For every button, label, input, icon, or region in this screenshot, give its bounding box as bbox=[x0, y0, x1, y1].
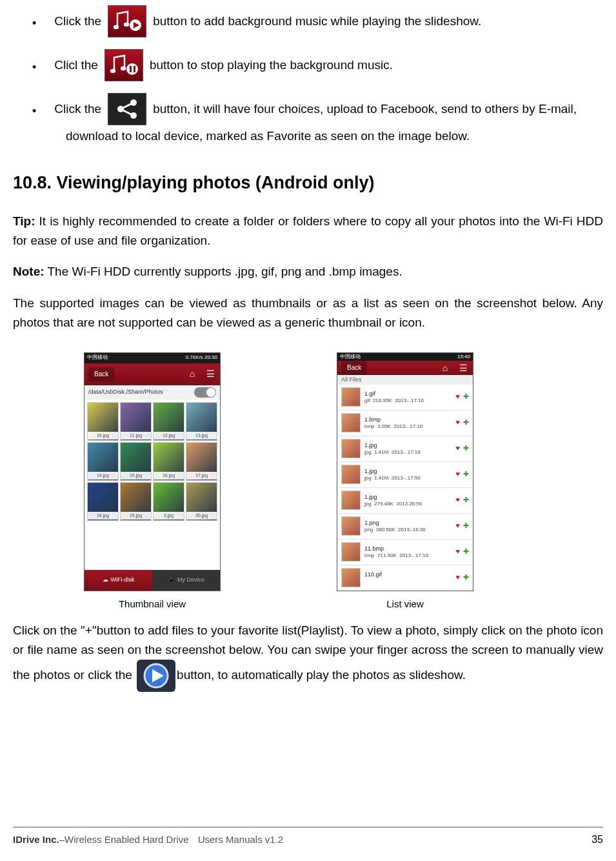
thumbnail-item[interactable]: 17.jpg bbox=[186, 442, 217, 481]
svg-rect-8 bbox=[134, 66, 135, 72]
bottom-tabs: ☁ WiFi-disk 📱 My Device bbox=[84, 570, 220, 591]
svg-line-13 bbox=[121, 109, 134, 116]
view-toggle[interactable] bbox=[194, 387, 216, 398]
thumbnail-item[interactable]: 15.jpg bbox=[120, 442, 152, 481]
favorite-icon[interactable]: ♥ bbox=[455, 469, 460, 480]
file-info: 1.bmpbmp 3.05K 2013-..17:10 bbox=[364, 416, 452, 429]
list-icon[interactable]: ☰ bbox=[457, 362, 469, 374]
file-info: 1.jpgjpg 279.48K 2013.26:56 bbox=[364, 494, 452, 507]
path-bar: /data/UsbDisk./Share/Photos bbox=[84, 385, 220, 400]
svg-point-5 bbox=[121, 66, 126, 70]
bullet-text-pre: Click the bbox=[54, 99, 101, 119]
back-button[interactable]: Back bbox=[88, 367, 114, 381]
list-header: All Files bbox=[337, 375, 473, 384]
thumbnail-item[interactable]: 12.jpg bbox=[153, 402, 184, 441]
add-icon[interactable]: ✚ bbox=[463, 494, 469, 506]
bullet-item-1: • Click the button to add background mus… bbox=[32, 5, 603, 37]
path-text: /data/UsbDisk./Share/Photos bbox=[88, 387, 163, 396]
svg-rect-7 bbox=[130, 66, 132, 72]
app-top-bar: Back ⌂ ☰ bbox=[84, 363, 220, 385]
svg-point-6 bbox=[126, 63, 138, 75]
note-text: The Wi-Fi HDD currently supports .jpg, g… bbox=[48, 265, 402, 278]
share-icon bbox=[108, 93, 146, 125]
file-thumbnail bbox=[341, 491, 361, 510]
list-item[interactable]: 1.gifgif 218.95K 2013-..17:10♥✚ bbox=[337, 385, 473, 410]
thumbnail-item[interactable]: 16.jpg bbox=[153, 442, 184, 481]
screenshot-row: 中国移动 0.76K/s 20:30 Back ⌂ ☰ /data/UsbDis… bbox=[84, 352, 603, 612]
thumbnail-item[interactable]: 13.jpg bbox=[186, 402, 217, 441]
favorite-icon[interactable]: ♥ bbox=[455, 391, 460, 403]
section-heading: 10.8. Viewing/playing photos (Android on… bbox=[13, 169, 603, 197]
para2-part-b: button, to automatically play the photos… bbox=[177, 668, 466, 682]
thumbnail-caption: Thumbnail view bbox=[119, 596, 186, 612]
music-pause-icon bbox=[104, 49, 143, 81]
file-info: 110.gif bbox=[364, 571, 452, 584]
favorite-icon[interactable]: ♥ bbox=[455, 443, 460, 454]
list-item[interactable]: 1.pngpng 380.50K 2013-.16:30♥✚ bbox=[337, 514, 473, 540]
list-item[interactable]: 1.jpgjpg 1.41M 2013-..17:50♥✚ bbox=[337, 462, 473, 488]
add-icon[interactable]: ✚ bbox=[463, 417, 469, 429]
bullet-text-post: button to stop playing the background mu… bbox=[150, 56, 393, 75]
status-bar: 中国移动 0.76K/s 20:30 bbox=[84, 353, 220, 363]
add-icon[interactable]: ✚ bbox=[463, 520, 469, 532]
music-play-icon bbox=[108, 5, 146, 37]
thumbnail-item[interactable]: 14.jpg bbox=[87, 442, 119, 481]
file-thumbnail bbox=[341, 439, 361, 458]
thumbnail-item[interactable]: 2.jpg bbox=[153, 482, 184, 521]
list-item[interactable]: 1.jpgjpg 1.41M 2013-..17:18♥✚ bbox=[337, 436, 473, 462]
thumbnail-view-figure: 中国移动 0.76K/s 20:30 Back ⌂ ☰ /data/UsbDis… bbox=[84, 352, 221, 612]
back-button[interactable]: Back bbox=[341, 361, 367, 375]
favorite-icon[interactable]: ♥ bbox=[455, 546, 460, 558]
note-paragraph: Note: The Wi-Fi HDD currently supports .… bbox=[13, 262, 603, 281]
favorite-icon[interactable]: ♥ bbox=[455, 572, 460, 583]
list-item[interactable]: 11.bmpbmp 711.90K 2013-..17:10♥✚ bbox=[337, 540, 473, 565]
svg-line-12 bbox=[121, 103, 134, 109]
add-icon[interactable]: ✚ bbox=[463, 572, 469, 583]
thumbnail-item[interactable]: 10.jpg bbox=[87, 402, 119, 441]
file-thumbnail bbox=[341, 413, 361, 432]
add-icon[interactable]: ✚ bbox=[463, 391, 469, 403]
file-info: 1.pngpng 380.50K 2013-.16:30 bbox=[364, 520, 452, 532]
footer-product: –Wireless Enabled Hard Drive bbox=[59, 834, 189, 845]
thumbnail-item[interactable]: 11.jpg bbox=[120, 402, 152, 441]
phone-list-view: 中国移动 15:40 Back ⌂ ☰ All Files 1.gifgif 2… bbox=[337, 352, 473, 591]
carrier-text: 中国移动 bbox=[87, 354, 108, 362]
thumbnail-item[interactable]: 20.jpg bbox=[186, 482, 217, 521]
bullet-item-3: • Click the button, it will have four ch… bbox=[32, 93, 603, 125]
add-icon[interactable]: ✚ bbox=[463, 546, 469, 558]
tab-my-device[interactable]: 📱 My Device bbox=[152, 570, 220, 591]
play-button-icon bbox=[137, 660, 175, 692]
add-icon[interactable]: ✚ bbox=[463, 469, 469, 480]
file-info: 1.jpgjpg 1.41M 2013-..17:18 bbox=[364, 442, 452, 455]
carrier-text: 中国移动 bbox=[340, 353, 361, 361]
favorite-icon[interactable]: ♥ bbox=[455, 417, 460, 429]
file-info: 1.gifgif 218.95K 2013-..17:10 bbox=[364, 390, 452, 403]
thumbnail-item[interactable]: 19.jpg bbox=[120, 482, 152, 521]
tab-wifi-disk[interactable]: ☁ WiFi-disk bbox=[84, 570, 152, 591]
add-icon[interactable]: ✚ bbox=[463, 443, 469, 454]
home-icon[interactable]: ⌂ bbox=[439, 362, 451, 374]
phone-thumbnail-view: 中国移动 0.76K/s 20:30 Back ⌂ ☰ /data/UsbDis… bbox=[84, 352, 221, 591]
list-view-figure: 中国移动 15:40 Back ⌂ ☰ All Files 1.gifgif 2… bbox=[337, 352, 473, 612]
bullet-item-2: • Clicl the button to stop playing the b… bbox=[32, 49, 603, 81]
list-item[interactable]: 1.jpgjpg 279.48K 2013.26:56♥✚ bbox=[337, 488, 473, 514]
list-item[interactable]: 1.bmpbmp 3.05K 2013-..17:10♥✚ bbox=[337, 410, 473, 436]
body-paragraph-1: The supported images can be viewed as th… bbox=[13, 294, 603, 333]
file-thumbnail bbox=[341, 516, 361, 536]
bullet-dot: • bbox=[32, 14, 36, 33]
status-right-text: 15:40 bbox=[457, 353, 470, 361]
bullet-text-post: button to add background music while pla… bbox=[153, 12, 481, 31]
favorite-icon[interactable]: ♥ bbox=[455, 494, 460, 506]
home-icon[interactable]: ⌂ bbox=[186, 369, 198, 380]
tip-text: It is highly recommended to create a fol… bbox=[13, 214, 603, 247]
favorite-icon[interactable]: ♥ bbox=[455, 520, 460, 532]
file-info: 11.bmpbmp 711.90K 2013-..17:10 bbox=[364, 545, 452, 558]
thumbnail-item[interactable]: 18.jpg bbox=[87, 482, 119, 521]
app-top-bar: Back ⌂ ☰ bbox=[337, 361, 473, 375]
page-number: 35 bbox=[591, 831, 603, 848]
svg-point-0 bbox=[114, 25, 119, 29]
list-icon[interactable]: ☰ bbox=[204, 369, 216, 380]
bullet-dot: • bbox=[32, 58, 36, 77]
list-item[interactable]: 110.gif ♥✚ bbox=[337, 565, 473, 591]
bullet-list: • Click the button to add background mus… bbox=[13, 5, 603, 125]
